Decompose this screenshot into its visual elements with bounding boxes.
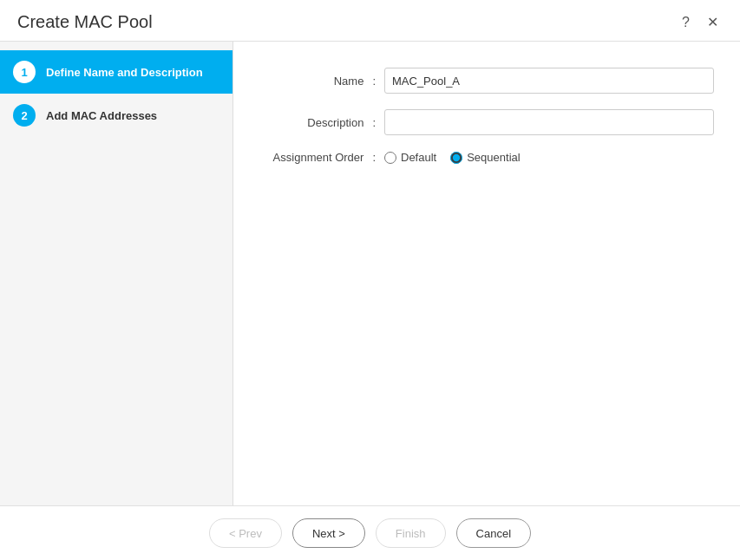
sidebar-item-2[interactable]: 2 Add MAC Addresses — [0, 94, 232, 137]
radio-sequential[interactable] — [450, 152, 462, 164]
description-input[interactable] — [384, 109, 714, 135]
radio-sequential-option[interactable]: Sequential — [450, 151, 520, 164]
header-icons: ? ✕ — [678, 14, 723, 31]
name-row: Name : — [259, 68, 714, 94]
assignment-order-colon: : — [372, 151, 376, 164]
assignment-order-row: Assignment Order : Default Sequential — [259, 151, 714, 164]
create-mac-pool-dialog: Create MAC Pool ? ✕ 1 Define Name and De… — [0, 0, 740, 560]
sidebar-item-label-2: Add MAC Addresses — [46, 109, 157, 122]
prev-button[interactable]: < Prev — [209, 518, 282, 548]
sidebar: 1 Define Name and Description 2 Add MAC … — [0, 42, 233, 505]
sidebar-item-1[interactable]: 1 Define Name and Description — [0, 50, 232, 94]
sidebar-item-label-1: Define Name and Description — [46, 66, 203, 79]
dialog-title: Create MAC Pool — [17, 12, 153, 32]
radio-sequential-label: Sequential — [467, 151, 520, 164]
step-badge-2: 2 — [13, 104, 36, 127]
main-content: Name : Description : Assignment Order : — [233, 42, 740, 505]
dialog-footer: < Prev Next > Finish Cancel — [0, 505, 740, 560]
help-button[interactable]: ? — [678, 14, 694, 31]
radio-default-label: Default — [401, 151, 436, 164]
radio-default-option[interactable]: Default — [384, 151, 436, 164]
name-label: Name — [259, 75, 372, 88]
description-row: Description : — [259, 109, 714, 135]
dialog-header: Create MAC Pool ? ✕ — [0, 0, 740, 42]
dialog-body: 1 Define Name and Description 2 Add MAC … — [0, 42, 740, 505]
cancel-button[interactable]: Cancel — [456, 518, 531, 548]
finish-button[interactable]: Finish — [376, 518, 446, 548]
close-button[interactable]: ✕ — [703, 14, 723, 31]
next-button[interactable]: Next > — [292, 518, 365, 548]
assignment-order-label: Assignment Order — [259, 151, 372, 164]
radio-group: Default Sequential — [384, 151, 521, 164]
description-label: Description — [259, 116, 372, 129]
radio-default[interactable] — [384, 152, 396, 164]
form-area: Name : Description : Assignment Order : — [259, 68, 714, 488]
step-badge-1: 1 — [13, 61, 36, 83]
description-colon: : — [372, 116, 376, 129]
name-input[interactable] — [384, 68, 714, 94]
name-colon: : — [372, 75, 376, 88]
